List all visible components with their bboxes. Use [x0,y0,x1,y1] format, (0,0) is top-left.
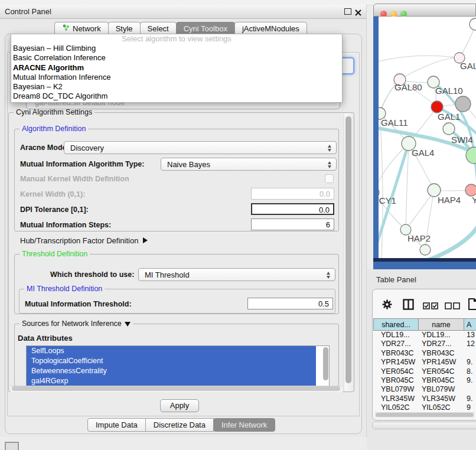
tab-impute-data[interactable]: Impute Data [87,418,146,432]
table-row[interactable]: YIL052CYIL052C9 [373,403,476,412]
node-label: SWI4 [451,135,473,145]
mi-threshold-label: Mutual Information Threshold: [25,300,132,308]
mi-steps-field[interactable]: 6 [251,219,334,230]
network-edge [379,144,409,193]
which-threshold-select[interactable]: MI Threshold [138,268,335,281]
network-edge [406,190,434,230]
network-edge [379,113,380,183]
tab-label: jActiveMNodules [242,22,299,35]
network-node[interactable] [431,101,443,113]
column-header-third[interactable]: A [464,318,476,331]
menu-item-aracne[interactable]: ARACNE Algorithm [11,63,342,73]
table-row[interactable]: YER054CYER054C8. [373,367,476,376]
node-label: GAL4 [412,148,434,158]
network-node[interactable] [455,96,471,112]
network-canvas-svg: GALGAL80GAL10GAL1GAL11SWI4GAL4GCY1HAP4YH… [379,17,476,258]
network-node[interactable] [443,123,455,135]
table-row[interactable]: YDL19...YDL19...13 [373,331,476,340]
checked-boxes-icon[interactable] [423,301,438,312]
cell: YLR345W [373,394,418,403]
node-label: GAL1 [438,112,460,122]
which-threshold-value: MI Threshold [145,270,190,279]
menu-item-bayesian-k2[interactable]: Bayesian – K2 [11,82,342,92]
menu-item-mutual-information[interactable]: Mutual Information Inference [11,73,342,82]
control-panel-title: Control Panel [5,7,51,16]
hub-definition-toggle[interactable]: Hub/Transcription Factor Definition [20,236,148,245]
cell: YBR045C [373,376,418,385]
cell: 9. [464,358,472,367]
cell: 13 [464,331,475,340]
scrollbar-thumb[interactable] [376,413,474,417]
network-view-frame-bottom [373,262,476,269]
tab-infer-network[interactable]: Infer Network [213,418,275,432]
menu-item-basic-correlation[interactable]: Basic Correlation Inference [11,53,342,63]
hub-definition-label: Hub/Transcription Factor Definition [20,236,138,245]
mi-type-select[interactable]: Naive Bayes [161,158,337,171]
aracne-mode-value: Discovery [70,144,104,152]
menu-item-bayesian-hill-climbing[interactable]: Bayesian – Hill Climbing [11,44,342,53]
table-row[interactable]: YLR345WYLR345W9. [373,394,476,403]
unchecked-boxes-icon[interactable] [445,301,460,312]
cell: YPR145W [418,358,464,367]
attribute-item[interactable]: TopologicalCoefficient [27,356,316,366]
manual-kernel-checkbox [325,174,334,183]
column-header-shared-name[interactable]: shared... [373,318,419,331]
network-node[interactable] [465,184,476,196]
which-threshold-label: Which threshold to use: [50,270,134,279]
attribute-item[interactable]: gal4RGexp [27,376,316,386]
mi-type-value: Naive Bayes [167,160,210,169]
table-row[interactable]: YDR27...YDR27...12 [373,340,476,348]
list-scrollbar[interactable] [323,347,328,383]
aracne-mode-select[interactable]: Discovery [64,141,337,154]
node-label: HAP2 [407,233,431,243]
expand-right-icon [143,237,148,243]
table-row[interactable]: YBR043CYBR043C [373,349,476,358]
mi-threshold-field[interactable]: 0.5 [247,298,333,309]
apply-button[interactable]: Apply [160,399,199,412]
tab-discretize-data[interactable]: Discretize Data [145,418,214,432]
menu-item-dream8[interactable]: Dream8 DC_TDC Algorithm [11,92,342,101]
table-row[interactable]: YBR045CYBR045C9. [373,376,476,385]
cell: YBL079W [373,385,418,394]
cell: YIL052C [418,403,464,412]
float-panel-icon[interactable] [344,8,351,15]
cell: YPR145W [373,358,418,367]
column-header-name[interactable]: name [418,318,464,331]
sources-title: Sources for Network Inference [22,319,122,328]
aracne-mode-label: Aracne Mode: [20,144,69,152]
algorithm-dropdown-popup: Select algorithm to view settings Bayesi… [11,34,343,103]
network-window-titlebar[interactable] [373,4,476,17]
scrollbar-thumb[interactable] [12,386,340,391]
document-icon[interactable] [468,298,476,312]
table-row[interactable]: YBL079WYBL079W [373,385,476,394]
cell [464,385,467,394]
table-panel-title: Table Panel [376,275,416,284]
cell: YBR043C [418,349,464,358]
table-row[interactable]: YPR145WYPR145W9. [373,358,476,367]
cyni-bottom-tabs: Impute Data Discretize Data Infer Networ… [87,418,275,431]
network-view-canvas[interactable]: GALGAL80GAL10GAL1GAL11SWI4GAL4GCY1HAP4YH… [379,17,476,258]
network-node[interactable] [470,18,476,30]
cell: YER054C [373,367,418,376]
cell: YER054C [418,367,464,376]
docked-panel-icon[interactable] [5,442,19,450]
gear-icon[interactable] [382,299,393,312]
attribute-item[interactable]: BetweennessCentrality [27,366,316,376]
network-edge [406,144,409,230]
node-label: GAL80 [395,82,422,92]
dpi-tolerance-field[interactable]: 0.0 [251,203,334,215]
sources-toggle[interactable]: Sources for Network Inference [19,319,133,328]
cell [464,349,467,358]
network-icon [62,22,70,35]
data-attributes-list: SelfLoops TopologicalCoefficient Between… [26,345,330,386]
scrollbar-thumb[interactable] [323,347,328,380]
attribute-item[interactable]: SelfLoops [27,346,316,356]
node-label: GAL10 [435,86,463,96]
node-table[interactable]: YDL19...YDL19...13 YDR27...YDR27...12 YB… [373,331,476,412]
group-title: Threshold Definition [19,250,90,258]
scrollbar-thumb[interactable] [345,116,351,383]
cell: YDR27... [373,340,418,348]
network-node[interactable] [420,244,431,255]
close-panel-icon[interactable] [355,8,361,14]
split-columns-icon[interactable] [403,299,414,312]
